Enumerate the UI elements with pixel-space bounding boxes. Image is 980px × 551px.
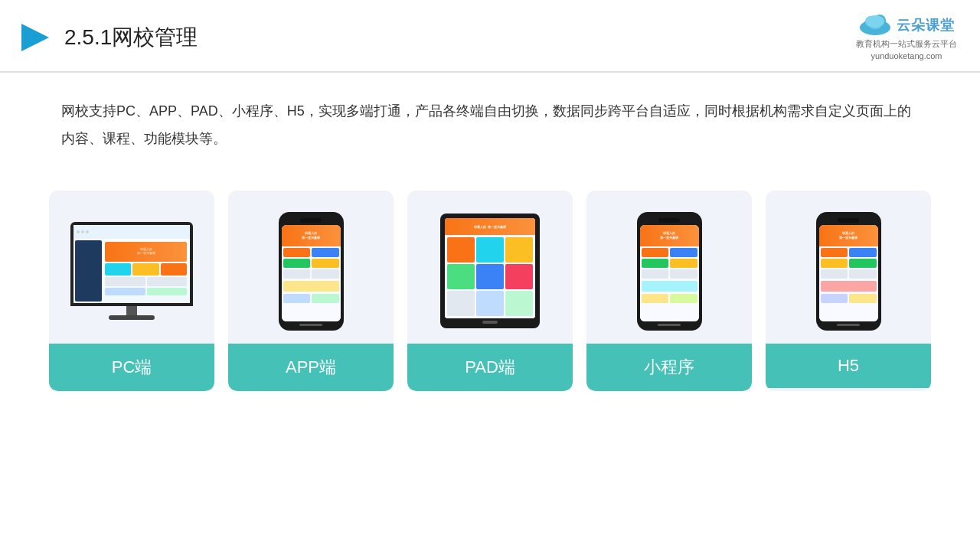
miniprogram-phone-mockup: 职通人的第一堂兴趣课 bbox=[637, 212, 702, 331]
h5-card: 职通人的第一堂兴趣课 bbox=[766, 191, 931, 391]
description-text: 网校支持PC、APP、PAD、小程序、H5，实现多端打通，产品各终端自由切换，数… bbox=[0, 73, 980, 168]
app-preview: 职通人的第一堂兴趣课 bbox=[228, 191, 394, 344]
h5-phone-mockup: 职通人的第一堂兴趣课 bbox=[816, 212, 881, 331]
pad-card: 职通人的 第一堂兴趣课 bbox=[407, 191, 573, 391]
app-card: 职通人的第一堂兴趣课 bbox=[228, 191, 394, 391]
h5-preview: 职通人的第一堂兴趣课 bbox=[766, 191, 931, 344]
miniprogram-card: 职通人的第一堂兴趣课 bbox=[586, 191, 752, 391]
pad-label: PAD端 bbox=[407, 344, 573, 391]
pc-mockup: 职通人的第一堂兴趣课 bbox=[70, 222, 193, 320]
page-title: 2.5.1网校管理 bbox=[64, 23, 198, 52]
brand-logo: 云朵课堂 教育机构一站式服务云平台 yunduoketang.com bbox=[856, 14, 957, 60]
brand-url: yunduoketang.com bbox=[871, 51, 942, 60]
pad-mockup: 职通人的 第一堂兴趣课 bbox=[440, 214, 540, 328]
app-label: APP端 bbox=[228, 344, 394, 391]
pad-preview: 职通人的 第一堂兴趣课 bbox=[407, 191, 573, 344]
pc-label: PC端 bbox=[49, 344, 214, 391]
pc-preview: 职通人的第一堂兴趣课 bbox=[49, 191, 214, 344]
h5-label: H5 bbox=[766, 344, 931, 388]
header-left: 2.5.1网校管理 bbox=[15, 19, 198, 56]
svg-marker-0 bbox=[21, 24, 49, 51]
miniprogram-preview: 职通人的第一堂兴趣课 bbox=[586, 191, 752, 344]
svg-point-7 bbox=[866, 15, 884, 28]
header: 2.5.1网校管理 云朵课堂 教育机构一站式服务云平台 yunduoketang… bbox=[0, 0, 980, 73]
cloud-icon bbox=[858, 14, 892, 37]
logo-icon bbox=[15, 19, 52, 56]
cards-area: 职通人的第一堂兴趣课 bbox=[0, 175, 980, 414]
brand-logo-top: 云朵课堂 bbox=[858, 14, 955, 37]
pc-card: 职通人的第一堂兴趣课 bbox=[49, 191, 214, 391]
miniprogram-label: 小程序 bbox=[586, 344, 752, 391]
brand-name: 云朵课堂 bbox=[897, 16, 955, 34]
app-phone-mockup: 职通人的第一堂兴趣课 bbox=[279, 212, 344, 331]
brand-tagline: 教育机构一站式服务云平台 bbox=[856, 38, 957, 50]
